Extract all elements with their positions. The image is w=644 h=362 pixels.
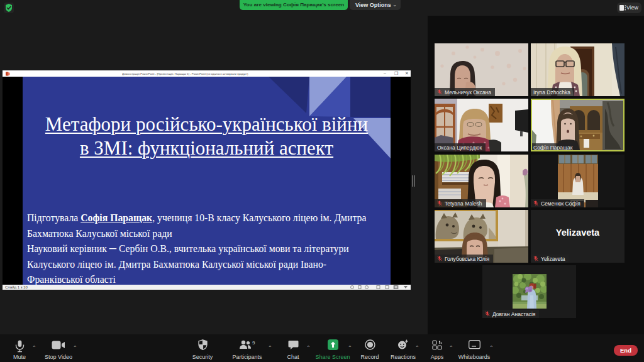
svg-text:9: 9 — [252, 340, 255, 346]
